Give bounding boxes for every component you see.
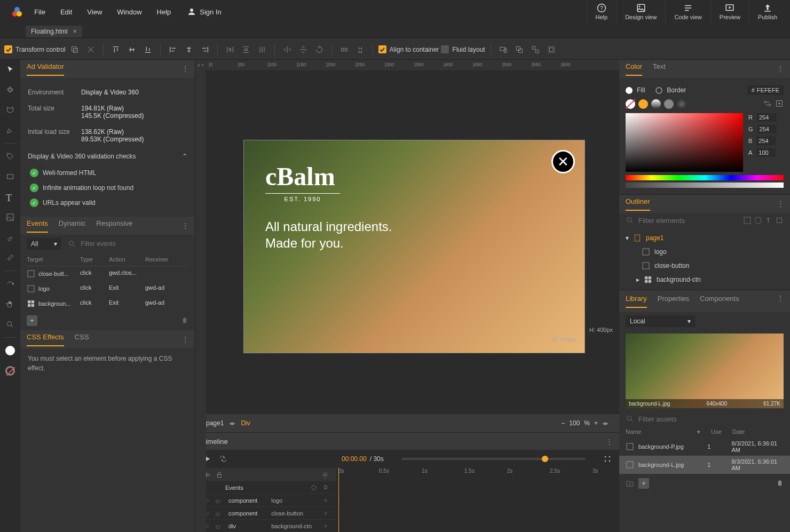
timeline-zoom-slider[interactable] (402, 458, 585, 460)
file-tab[interactable]: Floating.html × (26, 26, 82, 37)
stroke-tool-icon[interactable] (3, 363, 18, 378)
element-type[interactable]: Div (241, 419, 250, 427)
menu-help[interactable]: Help (157, 8, 171, 16)
events-tab[interactable]: Events (27, 219, 48, 233)
lock-icon[interactable] (215, 523, 221, 529)
distribute-h-icon[interactable] (223, 43, 237, 57)
components-tab[interactable]: Components (700, 295, 739, 308)
panel-menu-icon[interactable]: ⋮ (606, 438, 613, 446)
asset-thumbnail[interactable]: background-L.jpg640x40061.27K (626, 334, 784, 408)
pen-tool-icon[interactable] (3, 123, 18, 138)
color-picker[interactable] (626, 113, 743, 172)
marker-icon[interactable] (322, 485, 329, 491)
add-event-button[interactable]: + (27, 315, 37, 326)
image-tool-icon[interactable] (3, 210, 18, 225)
hue-slider[interactable] (626, 175, 784, 180)
align-bottom-icon[interactable] (141, 43, 155, 57)
panel-menu-icon[interactable]: ⋮ (777, 65, 784, 73)
delete-asset-button[interactable] (776, 479, 784, 488)
filter-events-input[interactable] (81, 240, 188, 248)
ad-validator-tab[interactable]: Ad Validator (27, 62, 64, 76)
shape-tool-icon[interactable] (3, 102, 18, 117)
event-row[interactable]: logoclickExitgwd-ad (27, 281, 188, 296)
code-view-button[interactable]: Code view (665, 0, 710, 23)
image-filter-icon[interactable] (743, 216, 752, 225)
ad-close-button[interactable]: ✕ (551, 150, 575, 173)
responsive-icon[interactable] (496, 43, 510, 57)
fill-radio[interactable] (626, 87, 633, 94)
event-row[interactable]: backgroun...clickExitgwd-ad (27, 296, 188, 311)
menu-window[interactable]: Window (117, 8, 141, 16)
use-header[interactable]: Use (711, 428, 732, 435)
border-radio[interactable] (655, 87, 662, 94)
component-filter-icon[interactable] (754, 216, 762, 225)
fluid-layout-toggle[interactable]: Fluid layout (441, 45, 485, 53)
motion-tool-icon[interactable] (3, 276, 18, 291)
design-view-button[interactable]: Design view (616, 0, 665, 23)
align-left-icon[interactable] (166, 43, 180, 57)
validation-checks-toggle[interactable]: Display & Video 360 validation checks⌃ (28, 147, 187, 165)
rect-tool-icon[interactable] (3, 169, 18, 184)
dynamic-tab[interactable]: Dynamic (59, 219, 86, 233)
align-center-icon[interactable] (182, 43, 196, 57)
align-right-icon[interactable] (198, 43, 212, 57)
align-top-icon[interactable] (109, 43, 123, 57)
match-height-icon[interactable] (353, 43, 367, 57)
keyframe-icon[interactable] (311, 485, 317, 491)
timeline-track[interactable]: componentlogo (195, 494, 336, 506)
hand-tool-icon[interactable] (3, 297, 18, 312)
b-input[interactable] (756, 137, 776, 145)
menu-file[interactable]: File (34, 8, 45, 16)
slider-knob[interactable] (542, 456, 548, 462)
3d-tool-icon[interactable] (3, 82, 18, 97)
page-stepper-icon[interactable]: ◂▸ (229, 419, 235, 427)
hex-input[interactable]: #FEFEFE (747, 85, 784, 95)
lock-icon[interactable] (216, 471, 223, 479)
flip-v-icon[interactable] (296, 43, 310, 57)
gradient-swatch[interactable] (651, 99, 661, 109)
zoom-in-button[interactable]: + (594, 419, 598, 427)
distribute-v-icon[interactable] (239, 43, 253, 57)
lock-icon[interactable] (215, 497, 221, 504)
select-tool-icon[interactable] (3, 62, 18, 77)
outliner-tab[interactable]: Outliner (626, 197, 650, 211)
lock-icon[interactable] (215, 510, 221, 517)
zoom-out-button[interactable]: − (561, 419, 565, 427)
menu-view[interactable]: View (87, 8, 102, 16)
align-container-toggle[interactable]: Align to container (378, 45, 439, 53)
library-tab[interactable]: Library (626, 295, 647, 308)
panel-menu-icon[interactable]: ⋮ (182, 222, 188, 229)
color-tab[interactable]: Color (626, 62, 642, 76)
swap-icon[interactable] (763, 99, 772, 108)
panel-menu-icon[interactable]: ⋮ (182, 65, 188, 73)
events-all-dropdown[interactable]: All▾ (27, 238, 61, 250)
group-icon[interactable] (512, 43, 526, 57)
flip-h-icon[interactable] (280, 43, 294, 57)
wrap-icon[interactable] (544, 43, 558, 57)
gear-icon[interactable] (321, 471, 329, 479)
css-tab[interactable]: CSS (75, 333, 89, 346)
add-swatch-icon[interactable] (775, 99, 784, 108)
tree-page[interactable]: ▾page1 (626, 231, 784, 245)
tool-3d-icon[interactable] (68, 43, 82, 57)
sign-in-button[interactable]: Sign In (187, 7, 221, 17)
menu-edit[interactable]: Edit (60, 8, 72, 16)
event-row[interactable]: close-butt...clickgwd.clos... (27, 266, 188, 281)
g-input[interactable] (757, 125, 777, 133)
asset-row[interactable]: background-P.jpg18/3/2021, 6:36:01 AM (619, 438, 790, 456)
properties-tab[interactable]: Properties (658, 295, 689, 308)
div-filter-icon[interactable] (775, 216, 784, 225)
delete-event-button[interactable] (181, 316, 188, 325)
library-source-dropdown[interactable]: Local▾ (626, 315, 695, 327)
publish-button[interactable]: Publish (749, 0, 786, 23)
page-indicator[interactable]: page1 (206, 419, 224, 427)
canvas[interactable]: cBalm EST. 1990 All natural ingredients.… (206, 70, 619, 414)
responsive-tab[interactable]: Responsive (96, 219, 132, 233)
tree-item[interactable]: logo (626, 245, 784, 259)
radial-swatch[interactable] (677, 99, 686, 109)
no-color-swatch[interactable] (626, 99, 635, 109)
timeline-settings-icon[interactable] (603, 455, 612, 463)
a-input[interactable] (756, 148, 776, 157)
distribute-spacing-icon[interactable] (255, 43, 269, 57)
text-tool-icon[interactable]: T (3, 189, 18, 204)
